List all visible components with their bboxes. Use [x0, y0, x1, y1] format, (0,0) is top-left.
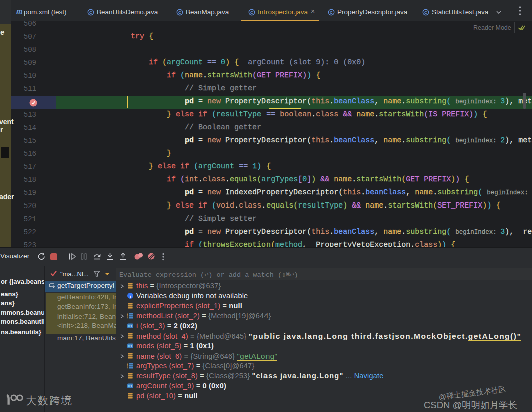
svg-text:C: C [424, 10, 427, 15]
svg-text:01: 01 [128, 384, 132, 388]
svg-text:C: C [330, 10, 333, 15]
svg-text:C: C [250, 10, 253, 15]
svg-text:01: 01 [128, 344, 132, 348]
svg-text:3: 3 [127, 317, 128, 319]
svg-text:C: C [89, 10, 92, 15]
svg-text:3: 3 [127, 367, 128, 369]
svg-text:01: 01 [128, 324, 132, 328]
svg-text:C: C [178, 10, 181, 15]
